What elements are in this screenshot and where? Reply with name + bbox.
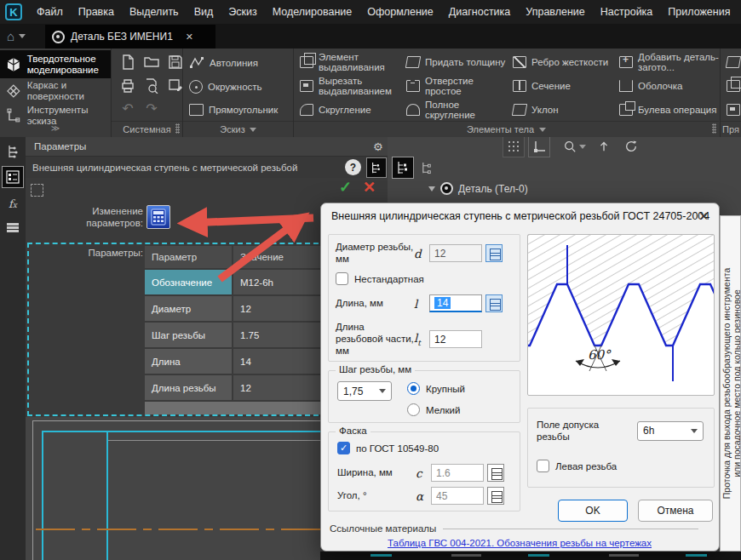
orient-up-button[interactable]: [593, 135, 615, 157]
left-thread-checkbox[interactable]: [537, 460, 549, 472]
group-handle-icon[interactable]: [175, 123, 180, 134]
menu-edit[interactable]: Правка: [71, 6, 122, 18]
rotate-view-button[interactable]: [620, 135, 642, 157]
menu-select[interactable]: Выделить: [122, 6, 187, 18]
diameter-table-button[interactable]: [485, 244, 503, 262]
undo-button[interactable]: ↶: [118, 98, 138, 118]
tool-clipped-3[interactable]: [727, 99, 740, 121]
parameters-panel-button[interactable]: [3, 167, 23, 187]
cancel-button[interactable]: Отмена: [638, 500, 713, 522]
dialog-close-icon[interactable]: ✕: [698, 209, 709, 223]
chevron-down-icon[interactable]: [539, 128, 546, 132]
menu-file[interactable]: Файл: [29, 6, 71, 18]
menu-view[interactable]: Вид: [187, 6, 221, 18]
preview-button[interactable]: [141, 76, 162, 96]
menu-panel-button[interactable]: [3, 217, 23, 237]
document-tab[interactable]: Деталь БЕЗ ИМЕНИ1 ✕: [45, 25, 215, 49]
help-icon[interactable]: ?: [345, 159, 361, 175]
mode-wireframe-surfaces[interactable]: Каркас и поверхности: [0, 78, 111, 103]
mode-solid-modeling[interactable]: Твердотельное моделирование: [0, 50, 111, 78]
sketch-line-vertical-2[interactable]: [106, 431, 108, 560]
reference-link[interactable]: Таблица ГВС 004-2021. Обозначения резьбы…: [388, 538, 652, 548]
collapse-chevron-icon[interactable]: ≫: [0, 123, 111, 133]
app-logo-icon[interactable]: K: [5, 3, 22, 20]
gost-chamfer-checkbox[interactable]: ✓: [337, 442, 350, 454]
tree-root-item[interactable]: Деталь (Тел-0): [428, 182, 528, 195]
tool-shell[interactable]: Оболочка: [619, 75, 720, 97]
table-row-param[interactable]: Шаг резьбы: [145, 323, 232, 347]
tool-section[interactable]: Сечение: [513, 75, 613, 97]
tool-extrude[interactable]: Элемент выдавливания: [300, 51, 400, 73]
chamfer-width-table-button[interactable]: [487, 464, 504, 482]
change-params-button[interactable]: [146, 205, 170, 229]
table-row-param[interactable]: Обозначение: [145, 270, 232, 294]
group-handle-icon[interactable]: [712, 123, 716, 134]
tool-thicken[interactable]: Придать толщину: [406, 51, 507, 73]
chevron-down-icon[interactable]: [250, 128, 256, 132]
tool-fillet[interactable]: Скругление: [300, 99, 400, 121]
new-document-button[interactable]: [118, 52, 138, 72]
variables-panel-button[interactable]: fx: [3, 193, 23, 214]
menu-settings[interactable]: Настройка: [593, 6, 661, 18]
tool-circle[interactable]: Окружность: [189, 76, 262, 98]
tree-filter-button[interactable]: [417, 158, 436, 177]
sketch-line-vertical-1[interactable]: [42, 431, 43, 560]
clipped-tool-icon: [727, 104, 740, 116]
tool-clipped-1[interactable]: [727, 51, 740, 73]
ok-button[interactable]: OK: [558, 500, 628, 522]
tool-autoline[interactable]: Автолиния: [189, 52, 258, 74]
thread-length-field[interactable]: 12: [429, 330, 482, 348]
print-button[interactable]: [118, 76, 138, 96]
menu-management[interactable]: Управление: [518, 6, 593, 18]
chamfer-angle-table-button[interactable]: [487, 487, 504, 505]
menu-window[interactable]: Окно: [738, 6, 741, 18]
tool-add-part[interactable]: Добавить деталь-загото...: [619, 51, 720, 73]
new-document-icon: [120, 54, 135, 70]
length-field[interactable]: 14: [429, 294, 482, 312]
parameters-panel-header[interactable]: Параметры ⚙: [26, 137, 388, 156]
chevron-down-icon[interactable]: [579, 145, 586, 149]
menu-modeling[interactable]: Моделирование: [265, 6, 360, 18]
confirm-icon[interactable]: ✓: [339, 178, 352, 197]
dots-grid-button[interactable]: [503, 135, 525, 157]
chamfer-angle-field[interactable]: 45: [431, 487, 484, 505]
redo-button[interactable]: ↷: [141, 98, 162, 118]
tool-simple-hole[interactable]: Отверстие простое: [406, 75, 507, 97]
tool-boolean[interactable]: Булева операция: [619, 99, 720, 121]
table-row-param[interactable]: Диаметр: [145, 296, 232, 321]
nonstandard-checkbox[interactable]: [336, 272, 348, 285]
menu-drawing[interactable]: Оформление: [359, 6, 441, 18]
fine-radio[interactable]: [407, 403, 420, 416]
gear-icon[interactable]: ⚙: [373, 140, 383, 153]
cancel-icon[interactable]: ✕: [363, 178, 376, 197]
tab-close-icon[interactable]: ✕: [186, 31, 193, 43]
table-row-param[interactable]: Длина резьбы: [145, 375, 232, 400]
sketch-mode-button[interactable]: [528, 135, 550, 157]
diameter-field[interactable]: 12: [429, 244, 482, 262]
menu-sketch[interactable]: Эскиз: [221, 6, 264, 18]
tree-structure-button[interactable]: [392, 157, 414, 179]
tree-panel-button[interactable]: [3, 141, 23, 162]
tool-draft[interactable]: Уклон: [513, 99, 613, 121]
length-table-button[interactable]: [485, 294, 503, 312]
thread-preview: 60°: [527, 234, 715, 396]
tool-cut-extrude[interactable]: Вырезать выдавливанием: [300, 75, 400, 97]
coarse-radio[interactable]: [407, 382, 420, 395]
menu-applications[interactable]: Приложения: [660, 6, 738, 18]
undercut-side-tab[interactable]: Проточка для выхода резьбообразующего ин…: [720, 215, 741, 551]
selection-box-icon[interactable]: [31, 184, 43, 197]
tree-toggle-button[interactable]: [366, 157, 387, 178]
pitch-combo[interactable]: 1,75: [337, 381, 392, 401]
expand-caret-icon[interactable]: [428, 186, 435, 191]
home-button[interactable]: ⌂: [7, 26, 41, 45]
tool-clipped-2[interactable]: [727, 75, 740, 97]
tolerance-combo[interactable]: 6h: [637, 421, 704, 441]
tool-rib[interactable]: Ребро жесткости: [513, 51, 613, 73]
zoom-button[interactable]: [559, 135, 589, 157]
tool-full-fillet[interactable]: Полное скругление: [406, 99, 507, 121]
tool-rectangle[interactable]: Прямоугольник: [189, 99, 278, 121]
menu-diagnostics[interactable]: Диагностика: [441, 6, 518, 18]
chamfer-width-field[interactable]: 1.6: [431, 464, 484, 482]
table-row-param[interactable]: Длина: [145, 349, 232, 374]
open-document-button[interactable]: [141, 52, 162, 72]
